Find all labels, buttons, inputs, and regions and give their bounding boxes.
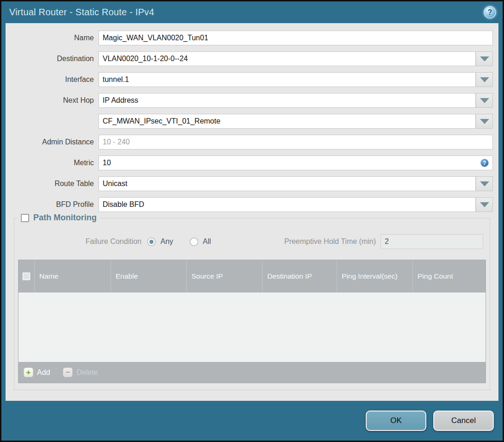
metric-help-icon[interactable]: ? bbox=[480, 159, 489, 167]
failure-condition-radio-all[interactable] bbox=[190, 237, 198, 246]
table-header-row: Name Enable Source IP Destination IP Pin… bbox=[18, 260, 486, 293]
delete-button: − Delete bbox=[63, 367, 98, 377]
name-label: Name bbox=[6, 34, 98, 42]
chevron-down-icon bbox=[480, 98, 489, 103]
next-hop-label: Next Hop bbox=[6, 96, 98, 105]
destination-label: Destination bbox=[6, 55, 98, 63]
path-monitoring-checkbox[interactable] bbox=[21, 214, 29, 222]
dialog-body: Name Magic_WAN_VLAN0020_Tun01 Destinatio… bbox=[6, 23, 498, 401]
route-table-label: Route Table bbox=[6, 180, 98, 188]
add-button-label: Add bbox=[37, 368, 50, 377]
column-header-ping-interval[interactable]: Ping Interval(sec) bbox=[337, 260, 412, 293]
failure-condition-all-label: All bbox=[203, 237, 211, 246]
path-monitoring-title: Path Monitoring bbox=[33, 213, 97, 223]
path-monitoring-legend: Path Monitoring bbox=[17, 213, 100, 223]
route-table-select[interactable]: Unicast bbox=[98, 176, 476, 191]
metric-label: Metric bbox=[6, 159, 98, 167]
form-row-next-hop: Next Hop IP Address bbox=[6, 93, 493, 108]
column-header-destination-ip[interactable]: Destination IP bbox=[262, 260, 337, 293]
table-body-empty bbox=[18, 293, 486, 362]
delete-button-label: Delete bbox=[76, 368, 98, 377]
form-row-destination: Destination VLAN0020_10-1-20-0--24 bbox=[6, 51, 493, 66]
destination-input[interactable]: VLAN0020_10-1-20-0--24 bbox=[98, 51, 476, 66]
admin-distance-input[interactable]: 10 - 240 bbox=[98, 135, 493, 149]
select-all-checkbox[interactable] bbox=[22, 272, 31, 280]
column-header-name[interactable]: Name bbox=[34, 260, 111, 293]
next-hop-dropdown-button[interactable] bbox=[476, 93, 493, 108]
chevron-down-icon bbox=[480, 119, 489, 124]
chevron-down-icon bbox=[480, 202, 489, 207]
column-header-ping-count[interactable]: Ping Count bbox=[412, 260, 486, 293]
admin-distance-placeholder: 10 - 240 bbox=[103, 138, 130, 146]
form-row-interface: Interface tunnel.1 bbox=[6, 72, 493, 87]
destination-dropdown-button[interactable] bbox=[476, 51, 493, 66]
bfd-profile-dropdown-button[interactable] bbox=[476, 197, 493, 212]
ok-button[interactable]: OK bbox=[366, 411, 426, 431]
interface-input[interactable]: tunnel.1 bbox=[98, 72, 476, 87]
bfd-profile-label: BFD Profile bbox=[6, 200, 98, 209]
form-row-admin-distance: Admin Distance 10 - 240 bbox=[6, 135, 493, 149]
title-bar: Virtual Router - Static Route - IPv4 ? bbox=[1, 1, 503, 23]
metric-input[interactable]: 10 bbox=[98, 156, 493, 170]
dialog-window: Virtual Router - Static Route - IPv4 ? N… bbox=[0, 0, 504, 442]
bfd-profile-select[interactable]: Disable BFD bbox=[98, 197, 476, 212]
form-row-bfd-profile: BFD Profile Disable BFD bbox=[6, 197, 493, 212]
path-monitoring-section: Path Monitoring Failure Condition Any Al… bbox=[14, 218, 490, 390]
preemptive-hold-time-label: Preemptive Hold Time (min) bbox=[284, 237, 381, 246]
add-button[interactable]: + Add bbox=[24, 367, 50, 377]
plus-icon: + bbox=[24, 367, 33, 377]
table-toolbar: + Add − Delete bbox=[18, 362, 486, 383]
next-hop-address-dropdown-button[interactable] bbox=[476, 114, 493, 129]
admin-distance-label: Admin Distance bbox=[6, 138, 98, 146]
form-row-next-hop-address: CF_MWAN_IPsec_VTI_01_Remote bbox=[6, 114, 493, 129]
minus-icon: − bbox=[63, 367, 73, 377]
help-icon[interactable]: ? bbox=[484, 6, 496, 19]
path-monitoring-table: Name Enable Source IP Destination IP Pin… bbox=[18, 260, 486, 383]
failure-condition-row: Failure Condition Any All Preemptive Hol… bbox=[14, 234, 490, 249]
preemptive-hold-time-input[interactable]: 2 bbox=[381, 234, 483, 249]
radio-selected-dot bbox=[149, 240, 154, 244]
form-row-name: Name Magic_WAN_VLAN0020_Tun01 bbox=[6, 31, 493, 45]
chevron-down-icon bbox=[480, 181, 489, 187]
chevron-down-icon bbox=[480, 77, 489, 82]
column-header-source-ip[interactable]: Source IP bbox=[186, 260, 262, 293]
dialog-footer: OK Cancel bbox=[1, 401, 503, 441]
cancel-button[interactable]: Cancel bbox=[433, 411, 494, 431]
failure-condition-radio-any[interactable] bbox=[147, 237, 156, 246]
form-row-route-table: Route Table Unicast bbox=[6, 176, 493, 191]
form-row-metric: Metric 10 ? bbox=[6, 156, 493, 170]
dialog-title: Virtual Router - Static Route - IPv4 bbox=[9, 7, 154, 18]
column-header-enable[interactable]: Enable bbox=[111, 260, 186, 293]
failure-condition-label: Failure Condition bbox=[14, 237, 147, 246]
next-hop-type-select[interactable]: IP Address bbox=[98, 93, 476, 108]
chevron-down-icon bbox=[480, 56, 489, 62]
next-hop-address-input[interactable]: CF_MWAN_IPsec_VTI_01_Remote bbox=[98, 114, 476, 129]
name-input[interactable]: Magic_WAN_VLAN0020_Tun01 bbox=[98, 31, 493, 45]
interface-dropdown-button[interactable] bbox=[476, 72, 493, 87]
failure-condition-any-label: Any bbox=[160, 237, 173, 246]
route-table-dropdown-button[interactable] bbox=[476, 176, 493, 191]
interface-label: Interface bbox=[6, 75, 98, 84]
